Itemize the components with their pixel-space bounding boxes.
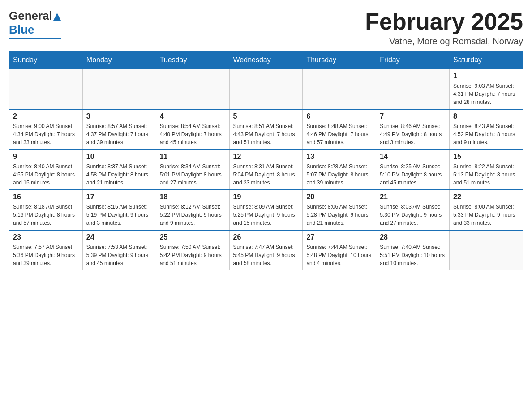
- week-row-4: 23Sunrise: 7:57 AM Sunset: 5:36 PM Dayli…: [9, 230, 523, 270]
- header-tuesday: Tuesday: [156, 51, 229, 69]
- day-number-19: 19: [233, 193, 299, 201]
- day-info-9: Sunrise: 8:40 AM Sunset: 4:55 PM Dayligh…: [13, 163, 79, 187]
- logo-underline: [9, 38, 61, 39]
- week-row-0: 1Sunrise: 9:03 AM Sunset: 4:31 PM Daylig…: [9, 69, 523, 109]
- day-cell-1-0: 2Sunrise: 9:00 AM Sunset: 4:34 PM Daylig…: [9, 109, 83, 150]
- day-cell-3-6: 22Sunrise: 8:00 AM Sunset: 5:33 PM Dayli…: [450, 190, 523, 230]
- day-number-2: 2: [13, 112, 79, 120]
- day-number-21: 21: [380, 193, 446, 201]
- day-cell-1-1: 3Sunrise: 8:57 AM Sunset: 4:37 PM Daylig…: [82, 109, 156, 150]
- day-cell-4-1: 24Sunrise: 7:53 AM Sunset: 5:39 PM Dayli…: [82, 230, 156, 270]
- day-cell-0-5: [376, 69, 450, 109]
- day-cell-2-0: 9Sunrise: 8:40 AM Sunset: 4:55 PM Daylig…: [9, 150, 83, 190]
- calendar-header-row: Sunday Monday Tuesday Wednesday Thursday…: [9, 51, 523, 69]
- location: Vatne, More og Romsdal, Norway: [365, 36, 523, 47]
- day-number-18: 18: [160, 193, 226, 201]
- day-number-27: 27: [306, 233, 372, 241]
- day-info-14: Sunrise: 8:25 AM Sunset: 5:10 PM Dayligh…: [380, 163, 446, 187]
- day-number-9: 9: [13, 153, 79, 161]
- day-info-12: Sunrise: 8:31 AM Sunset: 5:04 PM Dayligh…: [233, 163, 299, 187]
- day-number-22: 22: [453, 193, 519, 201]
- day-info-16: Sunrise: 8:18 AM Sunset: 5:16 PM Dayligh…: [13, 203, 79, 227]
- day-info-15: Sunrise: 8:22 AM Sunset: 5:13 PM Dayligh…: [453, 163, 519, 187]
- day-number-20: 20: [306, 193, 372, 201]
- day-cell-0-0: [9, 69, 83, 109]
- day-number-8: 8: [453, 112, 519, 120]
- day-cell-2-6: 15Sunrise: 8:22 AM Sunset: 5:13 PM Dayli…: [450, 150, 523, 190]
- day-cell-2-2: 11Sunrise: 8:34 AM Sunset: 5:01 PM Dayli…: [156, 150, 229, 190]
- day-cell-1-4: 6Sunrise: 8:48 AM Sunset: 4:46 PM Daylig…: [303, 109, 376, 150]
- day-cell-0-1: [82, 69, 156, 109]
- day-cell-3-1: 17Sunrise: 8:15 AM Sunset: 5:19 PM Dayli…: [82, 190, 156, 230]
- day-cell-4-5: 28Sunrise: 7:40 AM Sunset: 5:51 PM Dayli…: [376, 230, 450, 270]
- day-cell-1-2: 4Sunrise: 8:54 AM Sunset: 4:40 PM Daylig…: [156, 109, 229, 150]
- day-cell-0-4: [303, 69, 376, 109]
- logo-triangle-icon: [53, 12, 61, 21]
- day-number-26: 26: [233, 233, 299, 241]
- day-cell-2-4: 13Sunrise: 8:28 AM Sunset: 5:07 PM Dayli…: [303, 150, 376, 190]
- day-number-6: 6: [306, 112, 372, 120]
- day-number-15: 15: [453, 153, 519, 161]
- day-info-24: Sunrise: 7:53 AM Sunset: 5:39 PM Dayligh…: [86, 243, 152, 267]
- day-info-10: Sunrise: 8:37 AM Sunset: 4:58 PM Dayligh…: [86, 163, 152, 187]
- day-cell-4-0: 23Sunrise: 7:57 AM Sunset: 5:36 PM Dayli…: [9, 230, 83, 270]
- day-info-25: Sunrise: 7:50 AM Sunset: 5:42 PM Dayligh…: [160, 243, 226, 267]
- day-cell-4-2: 25Sunrise: 7:50 AM Sunset: 5:42 PM Dayli…: [156, 230, 229, 270]
- day-info-6: Sunrise: 8:48 AM Sunset: 4:46 PM Dayligh…: [306, 122, 372, 146]
- header-saturday: Saturday: [450, 51, 523, 69]
- logo: General Blue: [9, 9, 61, 39]
- day-info-1: Sunrise: 9:03 AM Sunset: 4:31 PM Dayligh…: [453, 82, 519, 106]
- header-friday: Friday: [376, 51, 450, 69]
- day-info-17: Sunrise: 8:15 AM Sunset: 5:19 PM Dayligh…: [86, 203, 152, 227]
- day-cell-4-4: 27Sunrise: 7:44 AM Sunset: 5:48 PM Dayli…: [303, 230, 376, 270]
- week-row-3: 16Sunrise: 8:18 AM Sunset: 5:16 PM Dayli…: [9, 190, 523, 230]
- day-cell-2-1: 10Sunrise: 8:37 AM Sunset: 4:58 PM Dayli…: [82, 150, 156, 190]
- day-info-27: Sunrise: 7:44 AM Sunset: 5:48 PM Dayligh…: [306, 243, 372, 267]
- logo-general-text: General: [9, 9, 52, 23]
- day-info-4: Sunrise: 8:54 AM Sunset: 4:40 PM Dayligh…: [160, 122, 226, 146]
- day-info-5: Sunrise: 8:51 AM Sunset: 4:43 PM Dayligh…: [233, 122, 299, 146]
- calendar-table: Sunday Monday Tuesday Wednesday Thursday…: [9, 51, 523, 270]
- day-cell-1-6: 8Sunrise: 8:43 AM Sunset: 4:52 PM Daylig…: [450, 109, 523, 150]
- day-cell-3-4: 20Sunrise: 8:06 AM Sunset: 5:28 PM Dayli…: [303, 190, 376, 230]
- day-info-3: Sunrise: 8:57 AM Sunset: 4:37 PM Dayligh…: [86, 122, 152, 146]
- day-cell-2-5: 14Sunrise: 8:25 AM Sunset: 5:10 PM Dayli…: [376, 150, 450, 190]
- day-number-17: 17: [86, 193, 152, 201]
- day-cell-1-5: 7Sunrise: 8:46 AM Sunset: 4:49 PM Daylig…: [376, 109, 450, 150]
- day-cell-4-6: [450, 230, 523, 270]
- day-number-25: 25: [160, 233, 226, 241]
- day-number-13: 13: [306, 153, 372, 161]
- day-info-26: Sunrise: 7:47 AM Sunset: 5:45 PM Dayligh…: [233, 243, 299, 267]
- logo-blue-text: Blue: [9, 23, 34, 36]
- day-number-23: 23: [13, 233, 79, 241]
- day-info-8: Sunrise: 8:43 AM Sunset: 4:52 PM Dayligh…: [453, 122, 519, 146]
- day-number-1: 1: [453, 72, 519, 80]
- week-row-1: 2Sunrise: 9:00 AM Sunset: 4:34 PM Daylig…: [9, 109, 523, 150]
- day-number-24: 24: [86, 233, 152, 241]
- day-cell-3-3: 19Sunrise: 8:09 AM Sunset: 5:25 PM Dayli…: [229, 190, 303, 230]
- day-cell-4-3: 26Sunrise: 7:47 AM Sunset: 5:45 PM Dayli…: [229, 230, 303, 270]
- day-number-7: 7: [380, 112, 446, 120]
- day-number-3: 3: [86, 112, 152, 120]
- header-wednesday: Wednesday: [229, 51, 303, 69]
- header-monday: Monday: [82, 51, 156, 69]
- day-info-21: Sunrise: 8:03 AM Sunset: 5:30 PM Dayligh…: [380, 203, 446, 227]
- day-number-16: 16: [13, 193, 79, 201]
- month-title: February 2025: [365, 9, 523, 34]
- day-info-18: Sunrise: 8:12 AM Sunset: 5:22 PM Dayligh…: [160, 203, 226, 227]
- day-number-11: 11: [160, 153, 226, 161]
- day-cell-3-5: 21Sunrise: 8:03 AM Sunset: 5:30 PM Dayli…: [376, 190, 450, 230]
- day-number-12: 12: [233, 153, 299, 161]
- header-thursday: Thursday: [303, 51, 376, 69]
- day-info-28: Sunrise: 7:40 AM Sunset: 5:51 PM Dayligh…: [380, 243, 446, 267]
- day-number-10: 10: [86, 153, 152, 161]
- day-cell-0-2: [156, 69, 229, 109]
- header-sunday: Sunday: [9, 51, 83, 69]
- day-info-23: Sunrise: 7:57 AM Sunset: 5:36 PM Dayligh…: [13, 243, 79, 267]
- day-number-14: 14: [380, 153, 446, 161]
- day-info-20: Sunrise: 8:06 AM Sunset: 5:28 PM Dayligh…: [306, 203, 372, 227]
- day-cell-0-3: [229, 69, 303, 109]
- day-number-28: 28: [380, 233, 446, 241]
- day-number-4: 4: [160, 112, 226, 120]
- day-cell-1-3: 5Sunrise: 8:51 AM Sunset: 4:43 PM Daylig…: [229, 109, 303, 150]
